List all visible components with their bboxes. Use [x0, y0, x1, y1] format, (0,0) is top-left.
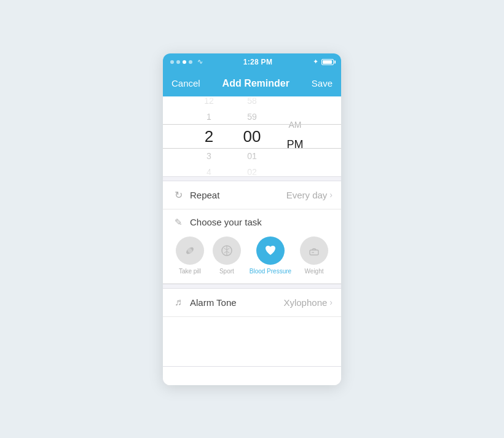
cancel-button[interactable]: Cancel [171, 78, 200, 88]
alarm-chevron: › [329, 297, 333, 307]
signal-dot-3 [183, 60, 186, 64]
separator-1 [163, 176, 341, 181]
repeat-row[interactable]: ↻ Repeat Every day › [163, 181, 341, 209]
alarm-icon: ♬ [171, 295, 185, 309]
task-circle-take-pill [176, 237, 204, 265]
task-item-weight[interactable]: Weight [300, 237, 328, 275]
task-header: ✎ Choose your task [163, 209, 341, 233]
repeat-icon: ↻ [171, 188, 185, 201]
task-circle-blood-pressure [256, 237, 285, 265]
minute-item-00-selected: 00 [230, 125, 274, 148]
task-item-sport[interactable]: Sport [213, 237, 241, 275]
save-button[interactable]: Save [312, 78, 333, 88]
period-picker-col[interactable]: AM PM [274, 96, 317, 176]
time-picker[interactable]: 12 1 2 3 4 58 59 00 01 02 AM PM [163, 96, 341, 176]
minute-item-02: 02 [230, 164, 274, 176]
task-item-blood-pressure[interactable]: Blood Pressure [250, 237, 291, 275]
status-right: ✦ [313, 58, 334, 66]
period-am: AM [274, 117, 317, 133]
task-icons-row: Take pill Sport [163, 233, 341, 283]
minute-item-58: 58 [230, 96, 274, 109]
weight-icon [307, 244, 321, 257]
task-label-sport: Sport [219, 268, 234, 275]
battery-icon [321, 59, 334, 65]
hour-item-12: 12 [187, 96, 230, 109]
hour-item-2-selected: 2 [187, 125, 230, 148]
status-bar: ∿ 1:28 PM ✦ [163, 53, 341, 71]
hour-item-4: 4 [187, 164, 230, 176]
sport-icon [220, 244, 234, 257]
minute-picker-col[interactable]: 58 59 00 01 02 [230, 96, 274, 176]
status-time: 1:28 PM [243, 58, 272, 66]
alarm-label: Alarm Tone [190, 297, 283, 308]
task-section: ✎ Choose your task Take pill [163, 209, 341, 284]
task-label-take-pill: Take pill [179, 268, 201, 275]
hour-item-3: 3 [187, 148, 230, 164]
task-label-weight: Weight [305, 268, 324, 275]
task-header-icon: ✎ [171, 216, 185, 229]
repeat-label: Repeat [190, 190, 286, 200]
hour-item-1: 1 [187, 109, 230, 125]
signal-dot-1 [170, 60, 174, 64]
phone-frame: ∿ 1:28 PM ✦ Cancel Add Reminder Save 12 … [163, 53, 341, 385]
alarm-tone-row[interactable]: ♬ Alarm Tone Xylophone › [163, 289, 341, 317]
hour-picker-col[interactable]: 12 1 2 3 4 [187, 96, 230, 176]
wifi-icon: ∿ [197, 58, 203, 66]
task-header-label: Choose your task [190, 217, 262, 227]
minute-item-59: 59 [230, 109, 274, 125]
bluetooth-icon: ✦ [313, 58, 318, 66]
heart-icon [263, 243, 278, 258]
nav-bar: Cancel Add Reminder Save [163, 71, 341, 96]
repeat-chevron: › [329, 190, 333, 200]
nav-title: Add Reminder [222, 78, 289, 89]
task-item-take-pill[interactable]: Take pill [176, 237, 204, 275]
signal-dot-4 [189, 60, 192, 64]
pill-icon [183, 244, 197, 257]
period-pm-selected: PM [274, 133, 317, 156]
minute-item-01: 01 [230, 148, 274, 164]
task-circle-sport [213, 237, 241, 265]
signal-dot-2 [176, 60, 180, 64]
separator-2 [163, 284, 341, 289]
status-left: ∿ [170, 58, 203, 66]
repeat-value: Every day [286, 190, 328, 200]
bottom-spacer [163, 367, 341, 385]
bottom-area [163, 317, 341, 366]
battery-fill [323, 60, 332, 64]
alarm-value: Xylophone [283, 297, 327, 308]
task-circle-weight [300, 237, 328, 265]
task-label-blood-pressure: Blood Pressure [250, 268, 291, 275]
